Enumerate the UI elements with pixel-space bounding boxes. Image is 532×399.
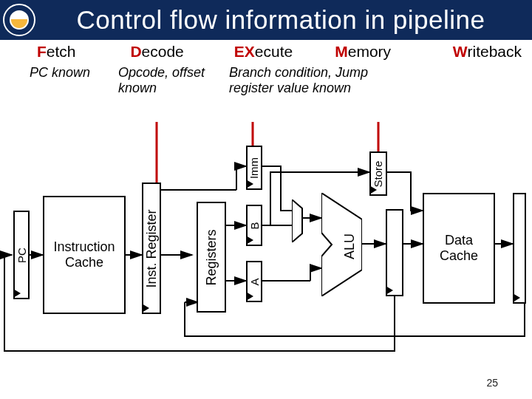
page-number: 25 (486, 377, 498, 389)
clock-tri-icon (369, 185, 377, 194)
note-execute: Branch condition, Jump register value kn… (229, 65, 384, 96)
logo-inner (10, 10, 29, 30)
instruction-cache: Instruction Cache (43, 196, 126, 314)
pc-register: PC (13, 211, 30, 299)
clock-tri-icon (246, 236, 253, 245)
svg-marker-17 (292, 200, 302, 242)
stage-writeback: Writeback (429, 43, 525, 61)
data-cache: Data Cache (423, 193, 495, 304)
stage-decode: Decode (130, 43, 223, 61)
stage-memory: Memory (327, 43, 428, 61)
stage-fetch: Fetch (7, 43, 130, 61)
clock-tri-icon (13, 289, 21, 298)
slide-title: Control flow information in pipeline (35, 5, 526, 35)
clock-tri-icon (386, 286, 393, 295)
instruction-register: Inst. Register (142, 183, 161, 314)
clock-tri-icon (246, 292, 253, 301)
stage-notes-row: PC known Opcode, offset known Branch con… (0, 61, 532, 96)
clock-tri-icon (513, 293, 520, 302)
register-file: Registers (197, 202, 226, 313)
stage-execute: EXecute (224, 43, 327, 61)
pipeline-diagram: PC Instruction Cache Inst. Register Regi… (0, 122, 532, 399)
writeback-latch (513, 193, 526, 304)
note-fetch: PC known (7, 65, 118, 96)
note-decode: Opcode, offset known (118, 65, 229, 96)
clock-tri-icon (246, 180, 253, 188)
header-bar: Control flow information in pipeline (0, 0, 532, 40)
university-logo (3, 4, 35, 36)
pipeline-stage-row: Fetch Decode EXecute Memory Writeback (0, 40, 532, 61)
alu-label: ALU (342, 233, 358, 259)
alu-input-mux (292, 200, 305, 242)
clock-tri-icon (142, 304, 149, 313)
alu-result-latch (386, 209, 403, 296)
